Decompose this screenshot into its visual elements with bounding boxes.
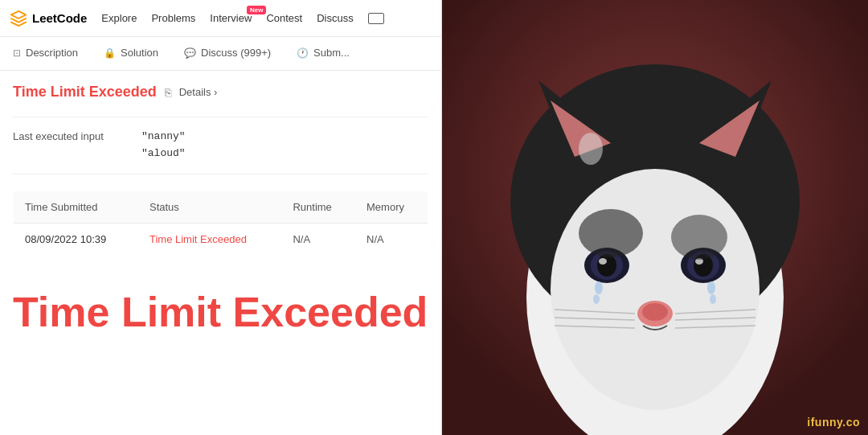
col-status: Status bbox=[138, 191, 281, 223]
svg-point-23 bbox=[642, 303, 668, 321]
svg-point-31 bbox=[671, 215, 727, 260]
svg-point-4 bbox=[551, 169, 760, 410]
cat-background: ifunny.co bbox=[442, 0, 868, 435]
svg-point-13 bbox=[599, 258, 607, 265]
input-line-1: "nanny" bbox=[141, 129, 186, 146]
tab-description[interactable]: ⊡ Description bbox=[0, 37, 91, 70]
last-executed-section: Last executed input "nanny" "aloud" bbox=[13, 117, 428, 174]
svg-point-9 bbox=[579, 133, 603, 165]
details-link[interactable]: Details › bbox=[179, 86, 218, 98]
table-header-row: Time Submitted Status Runtime Memory bbox=[14, 191, 428, 223]
nav-problems[interactable]: Problems bbox=[151, 12, 195, 24]
nav-contest[interactable]: Contest bbox=[266, 12, 302, 24]
tab-submissions[interactable]: 🕐 Subm... bbox=[284, 37, 362, 70]
description-icon: ⊡ bbox=[13, 47, 21, 59]
logo-text: LeetCode bbox=[32, 11, 87, 25]
col-time: Time Submitted bbox=[14, 191, 138, 223]
discuss-icon: 💬 bbox=[184, 47, 196, 59]
main-content: Time Limit Exceeded ⎘ Details › Last exe… bbox=[0, 71, 441, 435]
new-badge: New bbox=[247, 6, 266, 14]
nav-explore[interactable]: Explore bbox=[101, 12, 137, 24]
big-title: Time Limit Exceeded bbox=[13, 280, 428, 336]
cell-time: 08/09/2022 10:39 bbox=[14, 223, 138, 255]
left-panel: LeetCode Explore Problems Interview New … bbox=[0, 0, 442, 435]
cell-status: Time Limit Exceeded bbox=[138, 223, 281, 255]
nav-discuss[interactable]: Discuss bbox=[317, 12, 354, 24]
right-panel: ifunny.co bbox=[442, 0, 868, 435]
cat-image bbox=[442, 0, 868, 435]
cell-memory: N/A bbox=[355, 223, 428, 255]
copy-icon[interactable]: ⎘ bbox=[165, 86, 171, 99]
status-header: Time Limit Exceeded ⎘ Details › bbox=[13, 84, 428, 101]
ifunny-watermark: ifunny.co bbox=[807, 416, 860, 429]
tab-solution[interactable]: 🔒 Solution bbox=[91, 37, 171, 70]
input-label: Last executed input bbox=[13, 129, 141, 142]
svg-point-15 bbox=[593, 294, 600, 304]
col-runtime: Runtime bbox=[281, 191, 355, 223]
tab-bar: ⊡ Description 🔒 Solution 💬 Discuss (999+… bbox=[0, 37, 441, 71]
status-title: Time Limit Exceeded bbox=[13, 84, 157, 101]
input-value: "nanny" "aloud" bbox=[141, 129, 186, 162]
submissions-table: Time Submitted Status Runtime Memory 08/… bbox=[13, 191, 428, 256]
svg-point-14 bbox=[595, 281, 603, 294]
navbar: LeetCode Explore Problems Interview New … bbox=[0, 0, 441, 37]
col-memory: Memory bbox=[355, 191, 428, 223]
svg-point-30 bbox=[579, 209, 643, 257]
logo[interactable]: LeetCode bbox=[10, 10, 87, 27]
svg-point-12 bbox=[597, 254, 616, 277]
svg-point-21 bbox=[710, 294, 716, 304]
bookmark-icon[interactable] bbox=[368, 13, 384, 24]
cell-runtime: N/A bbox=[281, 223, 355, 255]
table-row[interactable]: 08/09/2022 10:39 Time Limit Exceeded N/A… bbox=[14, 223, 428, 255]
nav-interview[interactable]: Interview New bbox=[210, 12, 252, 24]
tab-discuss[interactable]: 💬 Discuss (999+) bbox=[171, 37, 284, 70]
lock-icon: 🔒 bbox=[104, 47, 116, 59]
input-line-2: "aloud" bbox=[141, 146, 186, 162]
clock-icon: 🕐 bbox=[297, 47, 309, 59]
svg-point-20 bbox=[707, 281, 715, 294]
